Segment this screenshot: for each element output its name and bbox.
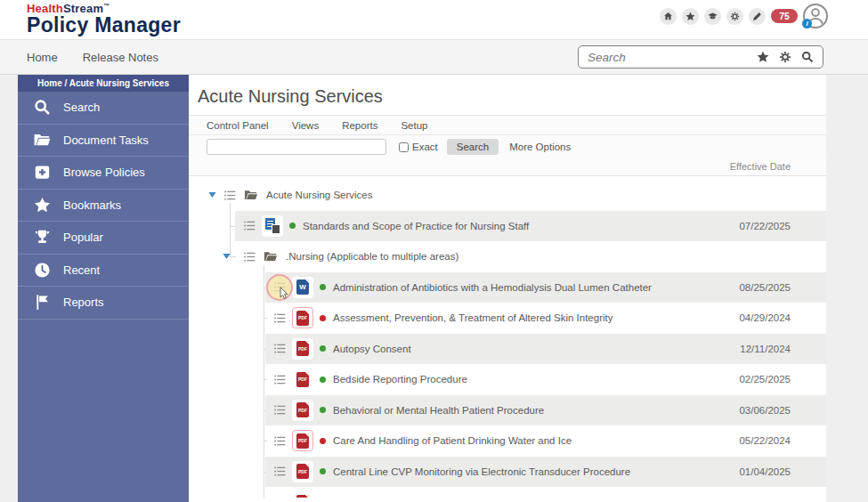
content-panel: Acute Nursing Services Control PanelView… <box>189 75 826 502</box>
pdf-doc-icon: PDF <box>296 433 309 449</box>
nav-item-release-notes[interactable]: Release Notes <box>83 51 158 64</box>
sidebar-item-label: Bookmarks <box>63 198 121 212</box>
list-menu-icon[interactable] <box>273 496 287 498</box>
doc-icon-tile: PDF <box>292 430 313 451</box>
home-icon[interactable] <box>660 8 677 25</box>
edit-pencil-icon[interactable] <box>749 8 766 25</box>
tab-control-panel[interactable]: Control Panel <box>207 120 269 131</box>
tree-row[interactable]: Acute Nursing Services <box>189 180 826 211</box>
row-band: Standards and Scope of Practice for Nurs… <box>235 211 826 242</box>
sidebar-item-recent[interactable]: Recent <box>18 255 189 287</box>
row-band: .Nursing (Applicable to multiple areas) <box>235 241 826 272</box>
row-label[interactable]: Care And Handling of Patient Drinking Wa… <box>333 435 572 446</box>
bookmark-star-icon[interactable] <box>682 8 699 25</box>
row-label[interactable]: Administration of Antibiotics with a Hem… <box>333 282 652 293</box>
page-title: Acute Nursing Services <box>189 75 826 115</box>
pdf-doc-icon: PDF <box>296 402 309 417</box>
tree-row[interactable]: PDF <box>189 487 826 498</box>
nav-item-home[interactable]: Home <box>27 51 58 64</box>
row-label[interactable]: Autopsy Consent <box>333 344 411 354</box>
tab-bar: Control PanelViewsReportsSetup <box>189 115 826 135</box>
magnifier-icon[interactable] <box>801 51 814 63</box>
tree-row[interactable]: PDFBedside Reporting Procedure02/25/2025 <box>189 364 826 395</box>
app: HealthStream™ Policy Manager 75 i Home R… <box>0 0 868 502</box>
status-dot-red <box>320 315 326 321</box>
tree-row[interactable]: PDFBehavioral or Mental Health Patient P… <box>189 395 826 426</box>
policy-filter-input[interactable] <box>207 139 386 155</box>
doc-icon-tile: PDF <box>292 491 313 498</box>
list-menu-icon[interactable] <box>273 434 287 448</box>
tree-row[interactable]: PDFCentral Line CVP Monitoring via Elect… <box>189 457 826 488</box>
tree-row[interactable]: PDFAssessment, Prevention, & Treatment o… <box>189 303 826 334</box>
notification-count-badge[interactable]: 75 <box>771 9 798 23</box>
effective-date-value: 05/22/2024 <box>739 435 826 446</box>
info-badge-icon: i <box>802 19 812 28</box>
list-menu-icon[interactable] <box>243 250 256 263</box>
flag-icon <box>34 294 51 311</box>
list-menu-icon[interactable] <box>273 280 287 294</box>
status-dot-green <box>320 345 326 352</box>
pdf-doc-icon: PDF <box>296 495 309 498</box>
settings-gear-icon[interactable] <box>726 8 743 25</box>
status-dot-green <box>320 284 326 290</box>
row-label[interactable]: Standards and Scope of Practice for Nurs… <box>303 221 529 231</box>
pdf-doc-icon: PDF <box>296 372 309 387</box>
pdf-doc-icon: PDF <box>296 341 309 356</box>
list-menu-icon[interactable] <box>273 403 287 417</box>
tab-setup[interactable]: Setup <box>401 120 427 131</box>
effective-date-value: 07/22/2025 <box>739 221 826 231</box>
row-label[interactable]: Central Line CVP Monitoring via Electron… <box>333 466 630 477</box>
exact-checkbox[interactable] <box>399 142 409 152</box>
list-menu-icon[interactable] <box>223 189 237 202</box>
folder-open-icon <box>263 250 279 263</box>
sidebar-item-label: Reports <box>63 296 104 309</box>
more-options-link[interactable]: More Options <box>509 142 571 152</box>
tab-reports[interactable]: Reports <box>342 120 377 131</box>
star-icon[interactable] <box>757 51 769 63</box>
search-button[interactable]: Search <box>447 139 499 155</box>
sidebar-item-reports[interactable]: Reports <box>18 287 189 320</box>
tree-row[interactable]: .Nursing (Applicable to multiple areas) <box>189 241 826 272</box>
sidebar-item-document-tasks[interactable]: Document Tasks <box>18 125 189 158</box>
status-dot-green <box>320 376 326 383</box>
sidebar-item-search[interactable]: Search <box>18 92 189 125</box>
row-label[interactable]: Acute Nursing Services <box>266 190 373 200</box>
sidebar-menu: SearchDocument TasksBrowse PoliciesBookm… <box>18 92 189 320</box>
sidebar-item-browse-policies[interactable]: Browse Policies <box>18 157 189 190</box>
sidebar-item-bookmarks[interactable]: Bookmarks <box>18 190 189 223</box>
row-band: PDFAssessment, Prevention, & Treatment o… <box>265 303 826 334</box>
effective-date-value: 08/25/2025 <box>739 282 826 293</box>
tree-row[interactable]: WAdministration of Antibiotics with a He… <box>189 272 826 304</box>
list-menu-icon[interactable] <box>273 312 287 325</box>
list-menu-icon[interactable] <box>243 219 256 232</box>
education-cap-icon[interactable] <box>704 8 721 25</box>
list-menu-icon[interactable] <box>273 342 287 355</box>
row-band: PDF <box>265 487 826 498</box>
word-combo-doc-icon <box>265 218 280 234</box>
tree-row[interactable]: Standards and Scope of Practice for Nurs… <box>189 211 826 242</box>
global-search-box <box>578 45 823 69</box>
row-label[interactable]: .Nursing (Applicable to multiple areas) <box>286 251 458 262</box>
global-search-input[interactable] <box>579 51 757 64</box>
row-label[interactable]: Behavioral or Mental Health Patient Proc… <box>333 405 544 416</box>
list-menu-icon[interactable] <box>273 465 287 478</box>
nav-links: Home Release Notes <box>27 40 158 74</box>
tree-row[interactable]: PDFCare And Handling of Patient Drinking… <box>189 425 826 457</box>
list-menu-icon[interactable] <box>273 373 287 386</box>
row-band: WAdministration of Antibiotics with a He… <box>265 272 826 304</box>
row-label[interactable]: Bedside Reporting Procedure <box>333 374 467 385</box>
product-name: Policy Manager <box>27 15 181 36</box>
folder-open-icon <box>243 189 259 202</box>
brand-trademark: ™ <box>103 3 110 9</box>
word-doc-icon: W <box>296 279 309 295</box>
tab-views[interactable]: Views <box>292 120 319 131</box>
sidebar-item-label: Browse Policies <box>63 166 145 179</box>
sidebar-item-popular[interactable]: Popular <box>18 222 189 255</box>
pdf-doc-icon: PDF <box>296 464 309 479</box>
gear-icon[interactable] <box>779 51 791 63</box>
row-label[interactable]: Assessment, Prevention, & Treatment of A… <box>333 312 612 323</box>
user-avatar[interactable]: i <box>803 4 828 28</box>
tree-row[interactable]: PDFAutopsy Consent12/11/2024 <box>189 334 826 365</box>
status-dot-green <box>320 407 326 413</box>
expand-caret-icon[interactable] <box>222 252 231 260</box>
